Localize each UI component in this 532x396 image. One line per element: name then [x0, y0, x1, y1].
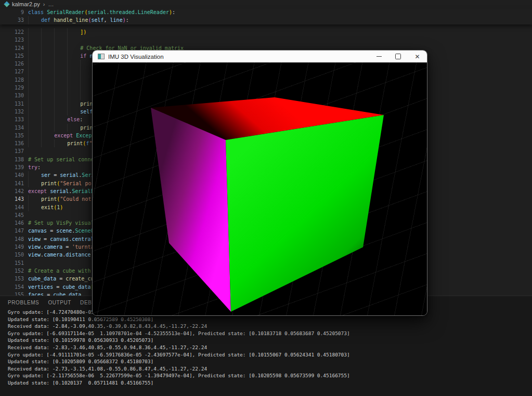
- code-text: exit(1): [28, 203, 63, 211]
- indent-guide: [41, 36, 54, 44]
- window-titlebar[interactable]: IMU 3D Visualization ✕: [93, 50, 427, 62]
- line-number: 136: [0, 139, 24, 147]
- cube-render: [93, 62, 427, 315]
- line-number: 147: [0, 227, 24, 235]
- code-text: [28, 36, 80, 44]
- terminal-line: Gyro update: [-4.91111701e-05 -6.5917683…: [8, 351, 532, 359]
- close-button[interactable]: ✕: [408, 50, 427, 62]
- indent-guide: [28, 108, 41, 116]
- indent-guide: [28, 44, 41, 52]
- indent-guide: [80, 60, 93, 68]
- indent-guide: [28, 52, 41, 60]
- indent-guide: [54, 36, 67, 44]
- indent-guide: [67, 92, 80, 99]
- indent-guide: [28, 124, 41, 132]
- line-number: 131: [0, 100, 24, 108]
- panel-tab-problems[interactable]: PROBLEMS: [8, 300, 39, 305]
- terminal-line: Gyro update: [-6.69317114e-05 1.10978701…: [8, 330, 532, 337]
- indent-guide: [80, 92, 93, 99]
- indent-guide: [67, 52, 80, 60]
- indent-guide: [41, 132, 54, 139]
- imu-visualization-window[interactable]: IMU 3D Visualization ✕: [92, 50, 427, 316]
- indent-guide: [28, 84, 41, 92]
- breadcrumb-more[interactable]: …: [48, 1, 54, 7]
- 3d-canvas[interactable]: [93, 62, 427, 315]
- indent-guide: [54, 124, 67, 132]
- line-number: 126: [0, 60, 24, 68]
- maximize-button[interactable]: [388, 50, 408, 62]
- indent-guide: [67, 44, 80, 52]
- line-number: 151: [0, 259, 24, 267]
- python-file-icon: [4, 1, 9, 7]
- indent-guide: [54, 116, 67, 123]
- breadcrumb-separator-icon: ›: [43, 1, 45, 7]
- indent-guide: [54, 76, 67, 84]
- indent-guide: [41, 52, 54, 60]
- terminal-output[interactable]: Gyro update: [-4.72470480e-05 2.49152855…: [0, 309, 532, 387]
- line-number: 154: [0, 283, 24, 291]
- indent-guide: [28, 92, 41, 99]
- indent-guide: [67, 36, 80, 44]
- indent-guide: [54, 28, 67, 36]
- code-text: [28, 76, 93, 84]
- cube-front-face: [226, 115, 384, 312]
- indent-guide: [54, 92, 67, 99]
- terminal-line: Updated state: [0.10205809 0.05668372 0.…: [8, 358, 532, 365]
- line-number: 141: [0, 180, 24, 187]
- indent-guide: [41, 124, 54, 132]
- code-text: print(: [28, 100, 99, 108]
- terminal-line: Updated state: [0.10159978 0.05630933 0.…: [8, 337, 532, 344]
- vscode-window: kalmar2.py › … 9class SerialReader(seria…: [0, 0, 532, 396]
- minimize-button[interactable]: [369, 50, 388, 62]
- code-text: self.: [28, 108, 96, 116]
- line-number: 132: [0, 108, 24, 116]
- indent-guide: [28, 203, 41, 211]
- code-line-33: 33def handle_line(self, line):: [0, 16, 532, 24]
- indent-guide: [67, 68, 80, 75]
- indent-guide: [28, 180, 41, 187]
- indent-guide: [80, 76, 93, 84]
- indent-guide: [41, 44, 54, 52]
- indent-guide: [28, 100, 41, 108]
- indent-guide: [54, 100, 67, 108]
- code-text: if np.: [28, 52, 99, 60]
- indent-guide: [28, 195, 41, 203]
- terminal-line: Received data: -2.84,-3.09,40.35,-0.39,0…: [8, 323, 532, 330]
- minimize-icon: [377, 56, 382, 57]
- line-number: 148: [0, 235, 24, 243]
- indent-guide: [28, 76, 41, 84]
- code-line-122: 122]): [0, 28, 532, 36]
- sticky-scroll[interactable]: 9class SerialReader(serial.threaded.Line…: [0, 8, 532, 24]
- window-title: IMU 3D Visualization: [108, 54, 164, 60]
- code-text: try:: [28, 163, 41, 171]
- indent-guide: [41, 68, 54, 75]
- terminal-line: Received data: -2.83,-3.46,40.85,-0.55,0…: [8, 344, 532, 351]
- indent-guide: [67, 60, 80, 68]
- code-text: [28, 84, 93, 92]
- indent-guide: [28, 28, 41, 36]
- line-number: 140: [0, 171, 24, 179]
- line-number: 33: [0, 16, 24, 24]
- breadcrumb[interactable]: kalmar2.py › …: [0, 0, 532, 8]
- breadcrumb-file[interactable]: kalmar2.py: [12, 1, 40, 7]
- code-text: [28, 68, 93, 75]
- line-number: 122: [0, 28, 24, 36]
- indent-guide: [41, 60, 54, 68]
- code-text: def handle_line(self, line):: [28, 16, 129, 24]
- indent-guide: [54, 139, 67, 147]
- line-number: 128: [0, 76, 24, 84]
- panel-tab-output[interactable]: OUTPUT: [48, 300, 71, 305]
- code-text: print(: [28, 124, 99, 132]
- line-number: 130: [0, 92, 24, 99]
- indent-guide: [28, 16, 41, 24]
- indent-guide: [28, 60, 41, 68]
- line-number: 127: [0, 68, 24, 75]
- indent-guide: [67, 100, 80, 108]
- indent-guide: [54, 60, 67, 68]
- indent-guide: [28, 132, 41, 139]
- line-number: 143: [0, 195, 24, 203]
- indent-guide: [54, 84, 67, 92]
- indent-guide: [67, 76, 80, 84]
- indent-guide: [41, 116, 54, 123]
- line-number: 134: [0, 124, 24, 132]
